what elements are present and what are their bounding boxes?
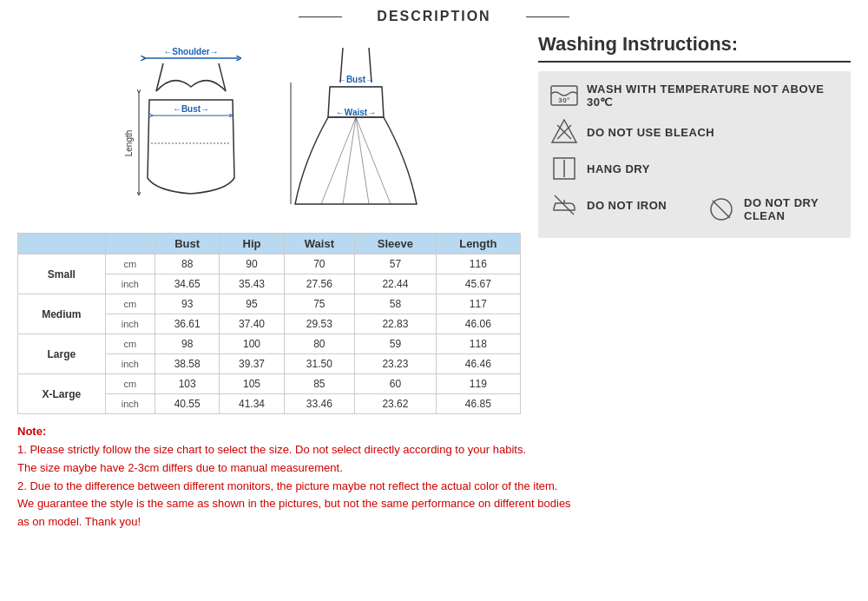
size-label: X-Large: [18, 374, 106, 414]
svg-line-32: [713, 201, 730, 218]
sleeve-inch: 22.83: [355, 314, 437, 334]
svg-text:←Shoulder→: ←Shoulder→: [163, 47, 218, 56]
washing-divider: [538, 61, 851, 63]
hang-dry-icon: [550, 155, 578, 182]
no-iron-text: DO NOT IRON: [587, 199, 667, 212]
hip-inch: 37.40: [220, 314, 284, 334]
sleeve-cm: 60: [355, 374, 437, 394]
size-label: Large: [18, 334, 106, 374]
no-dry-clean-icon: [707, 195, 735, 223]
unit-inch: inch: [105, 274, 155, 294]
col-sleeve: Sleeve: [355, 234, 437, 254]
unit-cm: cm: [105, 374, 155, 394]
left-section: ←Shoulder→ ←Bust→: [17, 33, 521, 414]
no-dry-clean-text: DO NOT DRY CLEAN: [744, 196, 838, 222]
waist-cm: 85: [284, 374, 355, 394]
washing-box: 30° WASH WITH TEMPERATURE NOT ABOVE 30℃ …: [538, 71, 851, 238]
svg-text:30°: 30°: [558, 96, 570, 104]
bust-cm: 93: [155, 294, 220, 314]
bust-inch: 38.58: [155, 354, 220, 374]
length-inch: 46.85: [436, 394, 520, 414]
waist-inch: 27.56: [284, 274, 355, 294]
sleeve-inch: 23.62: [355, 394, 437, 414]
size-label: Small: [18, 254, 106, 294]
waist-cm: 70: [284, 254, 355, 274]
length-inch: 45.67: [436, 274, 520, 294]
length-cm: 116: [436, 254, 520, 274]
svg-text:Length: Length: [124, 130, 134, 157]
note-line: 1. Please strictly follow the size chart…: [17, 441, 851, 459]
waist-inch: 29.53: [284, 314, 355, 334]
no-iron-icon: [550, 191, 578, 219]
unit-inch: inch: [105, 354, 155, 374]
bust-inch: 34.65: [155, 274, 220, 294]
col-unit: [105, 234, 155, 254]
diagram-area: ←Shoulder→ ←Bust→: [17, 33, 521, 224]
col-bust: Bust: [155, 234, 220, 254]
length-cm: 119: [436, 374, 520, 394]
washing-item-iron: DO NOT IRON: [550, 191, 681, 219]
page-title: DESCRIPTION: [377, 9, 490, 24]
dress-diagram-2: ←Bust→ ←Waist→ Length: [286, 39, 425, 224]
sleeve-inch: 23.23: [355, 354, 437, 374]
waist-cm: 80: [284, 334, 355, 354]
sleeve-cm: 57: [355, 254, 437, 274]
unit-cm: cm: [105, 254, 155, 274]
washing-item-bleach: DO NOT USE BLEACH: [550, 118, 838, 146]
washing-title: Washing Instructions:: [538, 33, 851, 56]
wash-text: WASH WITH TEMPERATURE NOT ABOVE 30℃: [587, 83, 838, 109]
note-line: as on model. Thank you!: [17, 513, 851, 532]
size-table: Bust Hip Waist Sleeve Length Small cm 88…: [17, 233, 521, 414]
sleeve-cm: 59: [355, 334, 437, 354]
hip-cm: 90: [220, 254, 284, 274]
dress-diagram-1: ←Shoulder→ ←Bust→: [113, 39, 269, 224]
waist-inch: 31.50: [284, 354, 355, 374]
no-bleach-icon: [550, 118, 578, 146]
col-waist: Waist: [284, 234, 355, 254]
header-line-right: [526, 17, 569, 17]
washing-item-dry-clean: DO NOT DRY CLEAN: [707, 191, 838, 228]
hip-inch: 41.34: [220, 394, 284, 414]
col-size-label: [18, 234, 106, 254]
table-row: Large cm 98 100 80 59 118: [18, 334, 521, 354]
no-bleach-text: DO NOT USE BLEACH: [587, 126, 714, 139]
washing-item-wash: 30° WASH WITH TEMPERATURE NOT ABOVE 30℃: [550, 82, 838, 109]
hip-cm: 105: [220, 374, 284, 394]
washing-bottom-row: DO NOT IRON DO NOT DRY CLEAN: [550, 191, 838, 228]
table-row: X-Large cm 103 105 85 60 119: [18, 374, 521, 394]
right-section: Washing Instructions: 30° WASH WITH TEMP…: [538, 33, 851, 414]
length-cm: 117: [436, 294, 520, 314]
unit-inch: inch: [105, 314, 155, 334]
hip-inch: 35.43: [220, 274, 284, 294]
unit-inch: inch: [105, 394, 155, 414]
notes-section: Note: 1. Please strictly follow the size…: [17, 425, 851, 532]
note-line: 2. Due to the difference between differe…: [17, 478, 851, 496]
table-header-row: Bust Hip Waist Sleeve Length: [18, 234, 521, 254]
header-line-left: [299, 17, 342, 17]
sleeve-cm: 58: [355, 294, 437, 314]
main-content: ←Shoulder→ ←Bust→: [17, 33, 851, 414]
hip-cm: 95: [220, 294, 284, 314]
sleeve-inch: 22.44: [355, 274, 437, 294]
size-label: Medium: [18, 294, 106, 334]
waist-cm: 75: [284, 294, 355, 314]
washing-item-dry: HANG DRY: [550, 155, 838, 182]
svg-text:←Waist→: ←Waist→: [336, 108, 376, 117]
hang-dry-text: HANG DRY: [587, 162, 650, 175]
hip-inch: 39.37: [220, 354, 284, 374]
note-line: The size maybe have 2-3cm differs due to…: [17, 459, 851, 478]
note-line: We guarantee the style is the same as sh…: [17, 495, 851, 513]
length-inch: 46.46: [436, 354, 520, 374]
length-cm: 118: [436, 334, 520, 354]
hip-cm: 100: [220, 334, 284, 354]
wash-icon: 30°: [550, 82, 578, 109]
svg-line-30: [555, 195, 574, 215]
unit-cm: cm: [105, 294, 155, 314]
note-text: 1. Please strictly follow the size chart…: [17, 441, 851, 532]
page: DESCRIPTION ←Shoulder→: [0, 0, 868, 601]
bust-cm: 88: [155, 254, 220, 274]
waist-inch: 33.46: [284, 394, 355, 414]
length-inch: 46.06: [436, 314, 520, 334]
bust-inch: 36.61: [155, 314, 220, 334]
bust-cm: 98: [155, 334, 220, 354]
